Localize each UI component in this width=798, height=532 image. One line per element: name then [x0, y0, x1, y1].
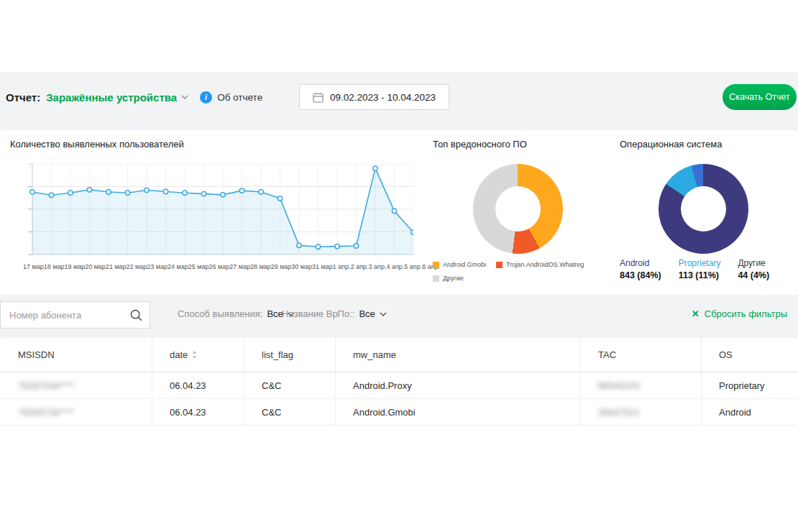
masked-msisdn: 79267034**** [18, 380, 74, 391]
x-axis-label: 30 мар [291, 263, 312, 270]
masked-tac: 86545203 [598, 380, 640, 391]
x-axis-label: 2 апр. [351, 263, 369, 270]
malware-chart-title: Топ вредоносного ПО [433, 139, 527, 150]
search-icon[interactable] [129, 308, 143, 322]
close-icon: ✕ [692, 308, 700, 319]
x-axis-label: 28 мар [250, 263, 271, 270]
x-axis-label: 4 апр. [386, 263, 404, 270]
filter-label: Способ выявления: [178, 308, 262, 319]
malware-donut-chart [473, 164, 563, 254]
malware-name-filter[interactable]: Название ВрПо:: Все [282, 308, 387, 319]
os-stats: Android 843 (84%) Proprietary 113 (11%) … [620, 258, 769, 280]
legend-swatch [433, 262, 439, 268]
column-header-label: OS [719, 349, 733, 360]
legend-item: Android.Gmobi [433, 261, 486, 268]
report-selector[interactable]: Заражённые устройства [46, 91, 188, 104]
cell-msisdn: 79265734**** [0, 399, 152, 425]
x-axis-label: 20 мар [85, 263, 106, 270]
infected-devices-table: MSISDN date list_flag mw_name TAC OS 792… [0, 338, 798, 426]
x-axis-label: 24 мар [168, 263, 188, 270]
cell-date: 06.04.23 [152, 372, 244, 398]
os-stat-value: 113 (11%) [679, 270, 721, 280]
legend-label: Android.Gmobi [443, 261, 486, 268]
column-header-label: date [170, 349, 188, 360]
line-chart [27, 164, 413, 257]
cell-mw-name: Android.Gmobi [336, 399, 581, 425]
legend-label: Другие [443, 275, 464, 282]
x-axis-label: 23 мар [147, 263, 168, 270]
table-row: 79267034**** 06.04.23 C&C Android.Proxy … [0, 372, 798, 399]
x-axis-label: 29 мар [271, 263, 292, 270]
malware-legend: Android.Gmobi Trojan.AndroidOS.Whatreg Д… [433, 261, 604, 282]
chevron-down-icon [380, 312, 387, 316]
x-axis-label: 5 апр. [404, 263, 422, 270]
report-label: Отчет: [6, 91, 40, 104]
search-box [0, 301, 150, 329]
cell-date: 06.04.23 [152, 399, 244, 425]
cell-tac: 35847521 [581, 399, 702, 425]
info-icon[interactable]: i [200, 91, 212, 104]
masked-tac: 35847521 [598, 407, 640, 418]
column-header-date[interactable]: date [152, 338, 244, 372]
x-axis-label: 17 мар [23, 263, 44, 270]
column-header-label: MSISDN [18, 349, 55, 360]
sort-icon [192, 351, 197, 359]
column-header-label: TAC [598, 349, 616, 360]
os-stat: Другие 44 (4%) [738, 258, 769, 280]
column-header-mw-name: mw_name [336, 338, 581, 372]
os-stat: Android 843 (84%) [620, 258, 661, 280]
table-header-row: MSISDN date list_flag mw_name TAC OS [0, 338, 798, 372]
cell-os: Android [702, 399, 798, 425]
x-axis-label: 1 апр. [333, 263, 351, 270]
legend-swatch [433, 275, 439, 282]
date-range-picker[interactable]: 09.02.2023 - 10.04.2023 [299, 84, 449, 110]
os-donut-chart [659, 164, 748, 254]
x-axis-label: 26 мар [208, 263, 229, 270]
x-axis-label: 31 мар [312, 263, 333, 270]
date-range-value: 09.02.2023 - 10.04.2023 [330, 92, 436, 103]
reset-filters-button[interactable]: ✕ Сбросить фильтры [692, 308, 787, 319]
os-stat: Proprietary 113 (11%) [679, 258, 721, 280]
calendar-icon [313, 92, 324, 103]
x-axis-label: 27 мар [229, 263, 250, 270]
os-stat-label: Proprietary [679, 258, 721, 268]
line-chart-title: Количество выявленных пользователей [10, 139, 184, 150]
legend-item: Trojan.AndroidOS.Whatreg [496, 261, 584, 268]
column-header-label: mw_name [353, 349, 396, 360]
legend-swatch [496, 262, 503, 268]
column-header-tac: TAC [581, 338, 702, 372]
masked-msisdn: 79265734**** [18, 407, 74, 418]
cell-list-flag: C&C [244, 372, 336, 398]
x-axis-label: 18 мар [44, 263, 65, 270]
cell-msisdn: 79267034**** [0, 372, 152, 398]
legend-label: Trojan.AndroidOS.Whatreg [506, 261, 584, 268]
column-header-msisdn: MSISDN [0, 338, 152, 372]
x-axis-label: 25 мар [188, 263, 209, 270]
cell-mw-name: Android.Proxy [336, 372, 581, 398]
os-stat-value: 44 (4%) [738, 270, 769, 280]
os-stat-label: Android [620, 258, 661, 268]
os-chart-title: Операционная система [620, 139, 723, 150]
column-header-list-flag: list_flag [244, 338, 336, 372]
x-axis-labels: 17 мар18 мар19 мар20 мар21 мар22 мар23 м… [23, 263, 423, 270]
x-axis-label: 21 мар [106, 263, 127, 270]
chevron-down-icon [181, 95, 188, 99]
filter-label: Название ВрПо:: [282, 308, 354, 319]
report-header: Отчет: Заражённые устройства i Об отчете [6, 86, 262, 109]
search-input[interactable] [1, 302, 150, 328]
table-row: 79265734**** 06.04.23 C&C Android.Gmobi … [0, 399, 798, 426]
x-axis-label: 3 апр. [369, 263, 387, 270]
reset-filters-label: Сбросить фильтры [705, 308, 787, 319]
column-header-os: OS [702, 338, 798, 372]
download-report-button[interactable]: Скачать Отчет [723, 84, 797, 110]
detection-method-filter[interactable]: Способ выявления: Все [178, 308, 295, 319]
os-stat-label: Другие [738, 258, 769, 268]
filter-value: Все [359, 308, 375, 319]
x-axis-label: 19 мар [64, 263, 85, 270]
about-report-link[interactable]: Об отчете [217, 92, 262, 103]
x-axis-label: 22 мар [127, 263, 147, 270]
report-name: Заражённые устройства [46, 91, 177, 104]
column-header-label: list_flag [262, 349, 293, 360]
cell-tac: 86545203 [581, 372, 702, 398]
legend-item: Другие [433, 275, 464, 282]
